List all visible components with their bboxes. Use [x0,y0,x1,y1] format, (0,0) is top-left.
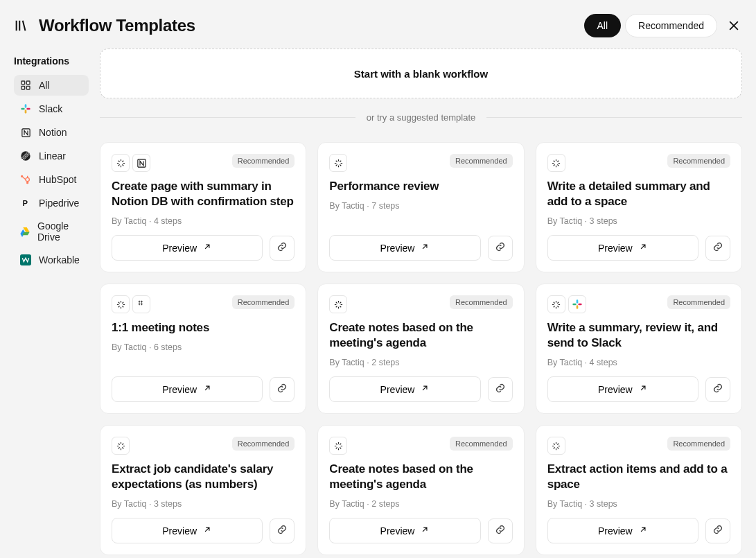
svg-rect-14 [20,254,31,265]
sparkle-icon [112,154,130,172]
copy-link-button[interactable] [705,518,730,543]
link-icon [276,524,288,538]
card-actions: Preview [112,376,295,402]
tab-recommended[interactable]: Recommended [625,14,717,37]
preview-button[interactable]: Preview [547,235,698,261]
link-icon [276,383,288,396]
arrow-up-right-icon [202,242,212,254]
svg-rect-19 [578,304,581,306]
sidebar-item-slack[interactable]: Slack [14,98,89,119]
close-button[interactable] [726,17,742,34]
sidebar-item-workable[interactable]: Workable [14,250,89,270]
preview-label: Preview [380,384,415,395]
recommended-badge: Recommended [667,154,730,168]
sidebar-item-linear[interactable]: Linear [14,146,89,166]
svg-rect-16 [576,299,578,303]
recommended-badge: Recommended [450,295,513,309]
preview-button[interactable]: Preview [329,235,480,261]
preview-button[interactable]: Preview [547,376,698,402]
link-icon [712,524,723,538]
card-title: Create notes based on the meeting's agen… [329,320,512,351]
sidebar-item-pipedrive[interactable]: PPipedrive [14,193,89,213]
card-header: Recommended [329,295,512,313]
card-title: Write a summary, review it, and send to … [547,320,730,351]
link-icon [495,383,506,396]
page-title: Workflow Templates [39,16,195,35]
sparkle-icon [112,295,130,313]
sidebar: Integrations AllSlackNotionLinearHubSpot… [0,49,97,558]
card-actions: Preview [112,518,295,543]
sparkle-icon [329,154,347,172]
tab-all[interactable]: All [584,14,622,37]
preview-label: Preview [598,525,633,537]
template-card: Recommended Write a detailed summary and… [536,142,742,272]
svg-point-10 [26,177,29,181]
sparkle-icon [547,295,565,313]
card-meta: By Tactiq · 3 steps [547,216,730,226]
svg-rect-5 [21,108,24,110]
card-actions: Preview [329,518,512,543]
card-actions: Preview [112,235,295,261]
copy-link-button[interactable] [270,236,295,261]
svg-rect-2 [21,86,25,89]
preview-button[interactable]: Preview [112,376,263,402]
blank-workflow-button[interactable]: Start with a blank workflow [100,49,742,98]
sidebar-item-hubspot[interactable]: HubSpot [14,169,89,190]
copy-link-button[interactable] [270,377,295,402]
arrow-up-right-icon [420,383,430,395]
card-title: Write a detailed summary and add to a sp… [547,179,730,209]
recommended-badge: Recommended [667,295,730,309]
copy-link-button[interactable] [488,377,513,402]
preview-button[interactable]: Preview [329,518,480,543]
copy-link-button[interactable] [270,518,295,543]
template-card: Recommended Create page with summary in … [100,142,306,272]
svg-rect-3 [26,86,30,89]
sidebar-item-notion[interactable]: Notion [14,122,89,143]
template-card: Recommended Extract action items and add… [536,425,742,555]
card-icons [329,154,347,172]
card-header: Recommended [547,154,730,172]
arrow-up-right-icon [420,242,430,254]
card-title: Create page with summary in Notion DB wi… [112,179,295,209]
sidebar-item-label: Slack [39,103,62,114]
slack-icon [568,295,586,313]
recommended-badge: Recommended [450,154,513,168]
recommended-badge: Recommended [232,295,295,309]
link-icon [712,241,723,255]
sidebar-item-google-drive[interactable]: Google Drive [14,216,89,247]
template-card: Recommended 1:1 meeting notes By Tactiq … [100,284,306,414]
card-header: Recommended [329,437,512,455]
card-actions: Preview [547,376,730,402]
svg-rect-0 [21,81,25,85]
preview-button[interactable]: Preview [547,518,698,543]
svg-point-12 [27,182,28,184]
notion-icon [132,154,150,172]
quad-icon [132,295,150,313]
card-meta: By Tactiq · 2 steps [329,499,512,509]
svg-rect-6 [25,110,27,113]
svg-rect-17 [572,304,576,306]
card-icons [112,295,150,313]
arrow-up-right-icon [638,242,648,254]
template-card: Recommended Create notes based on the me… [317,284,524,414]
card-title: 1:1 meeting notes [112,320,295,335]
sidebar-item-all[interactable]: All [14,75,89,96]
preview-button[interactable]: Preview [329,376,480,402]
svg-rect-1 [26,81,30,85]
arrow-up-right-icon [420,525,430,537]
link-icon [276,241,288,255]
copy-link-button[interactable] [705,377,730,402]
card-icons [547,295,586,313]
sparkle-icon [112,437,130,455]
preview-button[interactable]: Preview [112,235,263,261]
card-header: Recommended [547,437,730,455]
card-title: Create notes based on the meeting's agen… [329,462,512,492]
preview-button[interactable]: Preview [112,518,263,543]
view-toggle: All Recommended [584,14,718,37]
svg-rect-7 [26,108,30,110]
arrow-up-right-icon [202,525,212,537]
copy-link-button[interactable] [488,518,513,543]
copy-link-button[interactable] [488,236,513,261]
recommended-badge: Recommended [450,437,513,451]
copy-link-button[interactable] [705,236,730,261]
